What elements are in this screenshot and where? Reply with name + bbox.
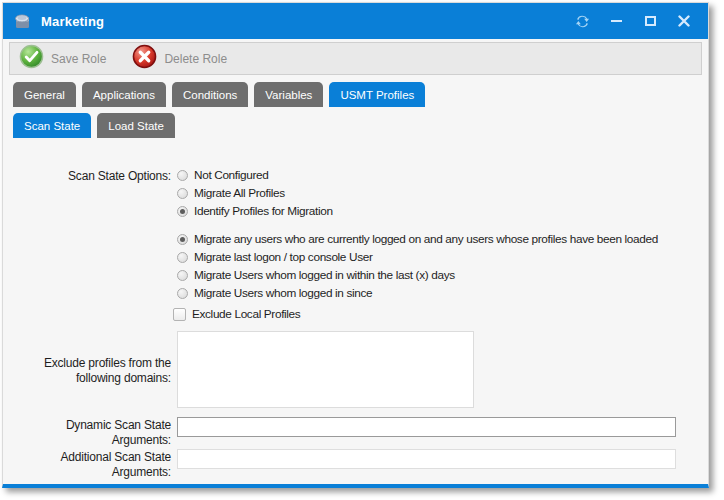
radio-option-migrate-last-x-days[interactable]: Migrate Users whom logged in within the …	[177, 268, 455, 282]
radio-option-identify-profiles[interactable]: Identify Profiles for Migration	[177, 204, 333, 218]
tab-scan-state[interactable]: Scan State	[13, 113, 91, 138]
refresh-icon[interactable]	[572, 11, 592, 31]
sub-tabs: Scan State Load State	[13, 113, 175, 138]
dialog-window: Marketing	[2, 2, 709, 488]
exclude-local-profiles-option[interactable]: Exclude Local Profiles	[173, 307, 300, 321]
tab-applications[interactable]: Applications	[82, 82, 166, 107]
tab-label: Applications	[93, 89, 155, 101]
additional-args-label-line2: Arguments:	[11, 465, 171, 480]
tab-usmt-profiles[interactable]: USMT Profiles	[329, 82, 425, 107]
radio-option-label: Migrate Users whom logged in since	[194, 286, 372, 300]
delete-role-button[interactable]: Delete Role	[132, 44, 227, 73]
radio-option-migrate-last-logon[interactable]: Migrate last logon / top console User	[177, 250, 373, 264]
tab-label: Conditions	[183, 89, 237, 101]
dynamic-args-label: Dynamic Scan State Arguments:	[11, 418, 171, 447]
close-icon[interactable]	[674, 11, 694, 31]
additional-args-input[interactable]	[177, 449, 676, 469]
radio-option-not-configured[interactable]: Not Configured	[177, 168, 268, 182]
titlebar: Marketing	[3, 3, 708, 39]
exclude-domains-label-line2: following domains:	[11, 371, 171, 386]
exclude-domains-textarea[interactable]	[177, 331, 474, 408]
radio-option-label: Migrate Users whom logged in within the …	[194, 268, 455, 282]
save-icon	[19, 44, 44, 73]
toolbar: Save Role Delete Role	[9, 42, 702, 75]
radio-option-migrate-logged-in-since[interactable]: Migrate Users whom logged in since	[177, 286, 372, 300]
radio-icon[interactable]	[177, 234, 188, 245]
radio-option-label: Migrate last logon / top console User	[194, 250, 373, 264]
tab-label: Load State	[108, 120, 164, 132]
tab-conditions[interactable]: Conditions	[172, 82, 248, 107]
exclude-domains-label-line1: Exclude profiles from the	[11, 356, 171, 371]
maximize-icon[interactable]	[640, 11, 660, 31]
radio-option-migrate-logged-on-users[interactable]: Migrate any users who are currently logg…	[177, 232, 658, 246]
radio-icon[interactable]	[177, 206, 188, 217]
tab-label: USMT Profiles	[340, 89, 414, 101]
radio-icon[interactable]	[177, 170, 188, 181]
dynamic-args-label-line1: Dynamic Scan State	[11, 418, 171, 433]
save-role-label: Save Role	[51, 52, 106, 66]
additional-args-label: Additional Scan State Arguments:	[11, 450, 171, 479]
checkbox-label: Exclude Local Profiles	[192, 307, 300, 321]
save-role-button[interactable]: Save Role	[19, 44, 106, 73]
minimize-icon[interactable]	[606, 11, 626, 31]
exclude-domains-label: Exclude profiles from the following doma…	[11, 356, 171, 385]
tab-variables[interactable]: Variables	[254, 82, 323, 107]
dynamic-args-label-line2: Arguments:	[11, 433, 171, 448]
radio-icon[interactable]	[177, 270, 188, 281]
delete-role-label: Delete Role	[164, 52, 227, 66]
tab-label: Scan State	[24, 120, 80, 132]
tab-load-state[interactable]: Load State	[97, 113, 175, 138]
radio-option-label: Not Configured	[194, 168, 268, 182]
app-icon	[13, 11, 33, 31]
tab-label: General	[24, 89, 65, 101]
radio-option-label: Migrate All Profiles	[194, 186, 285, 200]
window-controls	[572, 11, 698, 31]
additional-args-label-line1: Additional Scan State	[11, 450, 171, 465]
radio-option-label: Migrate any users who are currently logg…	[194, 232, 658, 246]
radio-icon[interactable]	[177, 188, 188, 199]
scan-state-options-label: Scan State Options:	[11, 169, 171, 184]
dynamic-args-input[interactable]	[177, 417, 676, 437]
main-tabs: General Applications Conditions Variable…	[13, 82, 425, 107]
tab-label: Variables	[265, 89, 312, 101]
delete-icon	[132, 44, 157, 73]
tab-general[interactable]: General	[13, 82, 76, 107]
radio-option-migrate-all-profiles[interactable]: Migrate All Profiles	[177, 186, 285, 200]
radio-option-label: Identify Profiles for Migration	[194, 204, 333, 218]
radio-icon[interactable]	[177, 288, 188, 299]
radio-icon[interactable]	[177, 252, 188, 263]
window-title: Marketing	[41, 14, 104, 29]
exclude-local-profiles-checkbox[interactable]	[173, 308, 186, 321]
